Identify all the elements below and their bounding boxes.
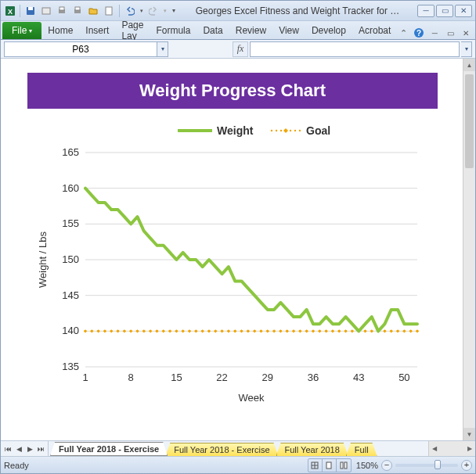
scroll-left-arrow[interactable]: ◀ [429,443,440,455]
tab-nav: ⏮ ◀ ▶ ⏭ [1,441,49,456]
doc-restore-button[interactable]: ▭ [444,27,456,39]
svg-text:145: 145 [62,289,79,301]
scroll-up-arrow[interactable]: ▲ [463,59,475,71]
tab-developer[interactable]: Develop [305,22,352,39]
page-layout-view-button[interactable] [323,459,337,472]
tab-page-layout[interactable]: Page Lay [115,22,150,39]
svg-text:135: 135 [62,361,79,372]
chevron-down-icon: ▾ [29,27,32,34]
svg-text:Goal: Goal [306,124,330,137]
open-icon[interactable] [86,4,100,18]
tab-nav-last[interactable]: ⏭ [35,443,46,455]
tab-insert[interactable]: Insert [79,22,115,39]
sheet-tab[interactable]: Full Year 2018 - Exercise [50,442,168,456]
tab-home[interactable]: Home [41,22,79,39]
formula-input[interactable] [250,41,460,57]
tab-data[interactable]: Data [197,22,229,39]
svg-rect-102 [341,462,343,469]
svg-rect-8 [75,7,80,10]
worksheet-area[interactable]: Weight Progress Chart WeightGoal13514014… [1,59,475,440]
print-preview-icon[interactable] [55,4,69,18]
minimize-button[interactable]: ─ [417,5,435,17]
zoom-out-button[interactable]: − [381,460,392,471]
svg-point-16 [280,130,282,131]
scroll-down-arrow[interactable]: ▼ [463,428,475,440]
sheet-tab[interactable]: Full Year 2018 [276,443,348,456]
zoom-in-button[interactable]: + [461,460,472,471]
file-tab[interactable]: File ▾ [2,22,41,39]
svg-text:160: 160 [62,182,79,194]
scroll-thumb[interactable] [465,74,474,168]
maximize-button[interactable]: ▭ [436,5,453,17]
title-bar: X ▾ ▾ ▾ Georges Excel Fitness and Weight… [1,1,475,21]
svg-rect-3 [28,7,33,10]
svg-text:X: X [8,8,13,16]
svg-rect-9 [106,7,112,15]
status-ready: Ready [4,461,308,470]
redo-icon[interactable] [146,4,160,18]
svg-point-18 [290,130,291,131]
zoom-level[interactable]: 150% [356,461,378,470]
svg-point-15 [276,130,277,131]
horizontal-scrollbar[interactable]: ◀ ▶ [428,441,475,456]
tab-acrobat[interactable]: Acrobat [352,22,397,39]
tab-nav-next[interactable]: ▶ [24,443,35,455]
zoom-slider[interactable] [395,464,458,467]
formula-bar-expand[interactable]: ▾ [461,41,472,57]
svg-text:22: 22 [216,372,227,383]
insert-function-button[interactable]: fx [233,41,248,57]
tab-nav-first[interactable]: ⏮ [2,443,13,455]
sheet-tab[interactable]: Full Year 2018 - Exercise [165,443,278,456]
svg-text:165: 165 [62,146,79,158]
svg-text:140: 140 [62,325,79,336]
name-box[interactable] [4,41,157,57]
vertical-scrollbar[interactable]: ▲ ▼ [463,59,475,440]
ribbon: File ▾ Home Insert Page Lay Formula Data… [1,21,475,40]
svg-text:1: 1 [82,372,88,383]
normal-view-button[interactable] [308,459,323,472]
undo-icon[interactable] [123,4,137,18]
window-title: Georges Excel Fitness and Weight Tracker… [178,5,417,16]
help-icon[interactable]: ? [413,27,425,39]
sheet-tab[interactable]: Full [346,443,377,456]
zoom-slider-thumb[interactable] [435,460,441,469]
tab-review[interactable]: Review [229,22,272,39]
scroll-right-arrow[interactable]: ▶ [464,443,475,455]
qat-icon[interactable] [39,4,53,18]
svg-text:29: 29 [262,372,273,383]
status-bar: Ready 150% − + [1,456,475,473]
undo-dropdown-icon[interactable]: ▾ [139,4,145,18]
svg-text:155: 155 [62,217,79,229]
redo-dropdown-icon[interactable]: ▾ [162,4,168,18]
view-buttons [308,458,352,472]
svg-text:Weight / Lbs: Weight / Lbs [37,231,49,288]
chart-object[interactable]: Weight Progress Chart WeightGoal13514014… [27,73,438,414]
tab-formulas[interactable]: Formula [150,22,197,39]
svg-text:50: 50 [398,372,409,383]
svg-rect-101 [326,462,331,469]
svg-text:15: 15 [171,372,182,383]
page-break-view-button[interactable] [337,459,351,472]
svg-text:150: 150 [62,253,79,265]
svg-point-20 [299,130,301,131]
name-box-dropdown[interactable]: ▾ [157,41,168,57]
excel-icon: X [4,5,16,17]
svg-text:Weight: Weight [217,124,254,137]
qat-customize-icon[interactable]: ▾ [170,4,178,18]
chart-plot: WeightGoal135140145150155160165181522293… [27,109,438,414]
doc-minimize-button[interactable]: ─ [428,27,441,39]
svg-text:43: 43 [353,372,364,383]
tab-view[interactable]: View [272,22,305,39]
svg-text:Week: Week [239,392,265,404]
sheet-tabs: Full Year 2018 - Exercise Full Year 2018… [49,441,428,456]
svg-text:?: ? [416,29,421,38]
doc-close-button[interactable]: ✕ [460,27,472,39]
svg-point-14 [271,130,272,131]
tab-nav-prev[interactable]: ◀ [13,443,24,455]
ribbon-minimize-icon[interactable]: ⌃ [397,27,409,39]
print-icon[interactable] [70,4,85,18]
close-button[interactable]: ✕ [455,5,472,17]
quick-access-toolbar: ▾ ▾ ▾ [18,4,178,18]
save-icon[interactable] [23,4,38,18]
new-icon[interactable] [102,4,116,18]
